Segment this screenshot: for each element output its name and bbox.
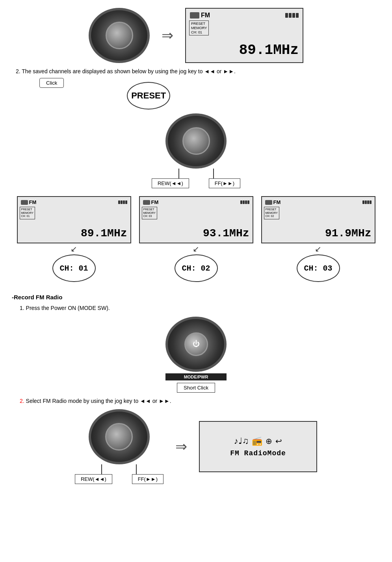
fm-display-top: FM PRESET MEMORY CH: 01 89.1MHz (185, 8, 303, 63)
preset-box-top: PRESET MEMORY CH: 01 (189, 20, 209, 35)
connectors-step2 (91, 464, 147, 474)
click-preset-row: Click PRESET (39, 78, 380, 109)
labels-row: REW(◄◄) FF(►►) (152, 178, 240, 188)
fm-label-ch03: FM (143, 199, 159, 205)
preset-circle: PRESET (127, 82, 170, 109)
arrow-ch02: ↙ (315, 244, 321, 254)
inner-ring-step2 (105, 423, 133, 451)
left-connector (178, 169, 179, 178)
freq-ch02: 91.9MHz (325, 227, 372, 239)
fm-label-ch02: FM (265, 199, 281, 205)
music-icon: ♪♩♫ (234, 436, 249, 446)
freq-display-top: 89.1MHz (239, 42, 299, 58)
right-connector (213, 169, 214, 178)
fm-top-row-sm-ch02: FM (265, 199, 372, 205)
fm-display-ch02: FM PRESET MEMORY CH: 02 91.9MHz (261, 196, 375, 243)
preset-bubble: PRESET (95, 78, 170, 109)
channel-bubble-ch01: CH: 01 (52, 254, 96, 282)
fm-display-ch01: FM PRESET MEMORY CH: 01 89.1MHz (17, 196, 131, 243)
battery-icon (285, 13, 299, 18)
fm-top-row: FM (190, 12, 299, 19)
fm-top-row-sm-ch03: FM (143, 199, 249, 205)
top-section: ⇒ FM PRESET MEMORY CH: 01 89.1MHz (8, 8, 384, 63)
rew-label-step2: REW(◄◄) (75, 474, 112, 484)
display-col-ch02: FM PRESET MEMORY CH: 02 91.9MHz ↙ CH: 03 (261, 196, 375, 282)
right-v-step2 (136, 464, 137, 474)
step2-device-row: REW(◄◄) FF(►►) ⇒ ♪♩♫ 📻 ⊕ ↩ FM RadioMode (12, 409, 380, 484)
preset-box-ch01: PRESET MEMORY CH: 01 (20, 207, 35, 219)
device-with-labels: REW(◄◄) FF(►►) (8, 113, 384, 188)
power-symbol: ⏻ (184, 332, 208, 356)
record-fm-section: -Record FM Radio 1. Press the Power ON (… (12, 294, 380, 484)
channel-bubble-ch02: CH: 03 (297, 254, 340, 282)
preset-box-ch02: PRESET MEMORY CH: 02 (264, 207, 279, 219)
ff-label-step2: FF(►►) (132, 474, 163, 484)
fm-radio-icon: FM (190, 12, 210, 19)
freq-ch01: 89.1MHz (81, 227, 127, 239)
step2-text: 2. The saved channels are displayed as s… (16, 68, 236, 74)
left-v-step2 (101, 464, 102, 474)
fm-label-ch01: FM (21, 199, 37, 205)
inner-ring (106, 22, 133, 49)
jog-device-mid (165, 113, 227, 169)
step-list: 1. Press the Power ON (MODE SW). (20, 304, 380, 312)
step-list-2: 2. Select FM Radio mode by using the jog… (20, 397, 380, 405)
freq-ch03: 93.1MHz (203, 227, 249, 239)
record-step2: 2. Select FM Radio mode by using the jog… (20, 397, 380, 405)
battery-ch03 (240, 200, 249, 204)
display-col-ch01: FM PRESET MEMORY CH: 01 89.1MHz ↙ CH: 01 (17, 196, 131, 282)
battery-ch01 (118, 200, 127, 204)
step2-text-row: 2. The saved channels are displayed as s… (12, 67, 380, 76)
click-label: Click (39, 78, 64, 88)
mode-label-bar: MODE/PWR (165, 373, 227, 380)
mode-pwr-device: ⏻ (165, 317, 227, 372)
connectors (169, 169, 224, 178)
short-click-label: Short Click (177, 383, 215, 393)
channel-bubble-ch03: CH: 02 (175, 254, 218, 282)
mode-device-wrap: ⏻ MODE/PWR Short Click (12, 317, 380, 393)
radio-icon: 📻 (252, 436, 262, 446)
fm-top-row-sm-ch01: FM (21, 199, 127, 205)
battery-ch02 (362, 200, 372, 204)
fm-radio-mode-label: FM RadioMode (230, 449, 286, 457)
record-section-title: -Record FM Radio (12, 294, 380, 300)
rew-label: REW(◄◄) (152, 178, 189, 188)
fm-radio-mode-display: ♪♩♫ 📻 ⊕ ↩ FM RadioMode (199, 421, 317, 472)
fm-icons-row: ♪♩♫ 📻 ⊕ ↩ (234, 436, 282, 446)
device-with-labels-step2: REW(◄◄) FF(►►) (75, 409, 163, 484)
jog-device-top (89, 8, 150, 63)
record-step1: 1. Press the Power ON (MODE SW). (20, 304, 380, 312)
arrow-ch03: ↙ (193, 244, 199, 254)
inner-ring-mid (182, 127, 210, 155)
fm-display-ch03: FM PRESET MEMORY CH: 03 93.1MHz (139, 196, 253, 243)
arrow-ch01: ↙ (71, 244, 77, 254)
display-col-ch03: FM PRESET MEMORY CH: 03 93.1MHz ↙ CH: 02 (139, 196, 253, 282)
arrow-step2: ⇒ (175, 438, 187, 455)
jog-device-step2 (89, 409, 150, 464)
arrow-right-icon: ⇒ (162, 27, 173, 44)
ff-label: FF(►►) (209, 178, 240, 188)
three-displays-section: FM PRESET MEMORY CH: 01 89.1MHz ↙ CH: 01 (8, 196, 384, 282)
preset-box-ch03: PRESET MEMORY CH: 03 (142, 207, 157, 219)
plus-circle-icon: ⊕ (266, 436, 272, 446)
labels-step2: REW(◄◄) FF(►►) (75, 474, 163, 484)
arrow-left-icon: ↩ (275, 436, 282, 446)
